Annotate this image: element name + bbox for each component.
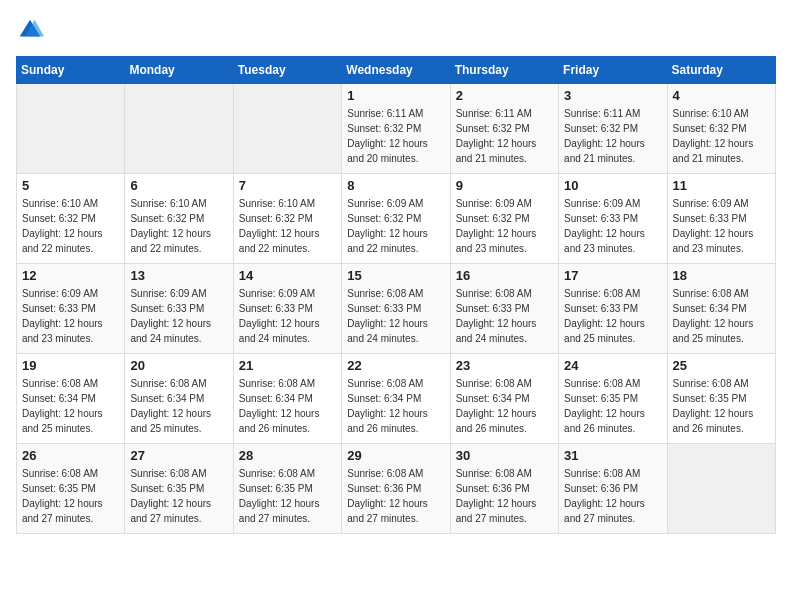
sunset-label: Sunset: [22,483,56,494]
sunset-label: Sunset: [456,213,490,224]
weekday-header: Friday [559,57,667,84]
day-info: Sunrise: 6:08 AM Sunset: 6:36 PM Dayligh… [456,466,553,526]
sunrise-label: Sunrise: [239,378,276,389]
sunset-label: Sunset: [456,393,490,404]
day-number: 27 [130,448,227,463]
calendar-cell [125,84,233,174]
day-info: Sunrise: 6:11 AM Sunset: 6:32 PM Dayligh… [347,106,444,166]
day-number: 4 [673,88,770,103]
calendar-cell: 25 Sunrise: 6:08 AM Sunset: 6:35 PM Dayl… [667,354,775,444]
day-info: Sunrise: 6:11 AM Sunset: 6:32 PM Dayligh… [564,106,661,166]
daylight-label: Daylight: [347,498,386,509]
day-info: Sunrise: 6:09 AM Sunset: 6:33 PM Dayligh… [564,196,661,256]
daylight-label: Daylight: [239,318,278,329]
day-info: Sunrise: 6:10 AM Sunset: 6:32 PM Dayligh… [22,196,119,256]
day-number: 2 [456,88,553,103]
sunrise-label: Sunrise: [564,378,601,389]
logo [16,16,48,44]
daylight-label: Daylight: [564,228,603,239]
day-number: 18 [673,268,770,283]
sunset-label: Sunset: [673,123,707,134]
day-info: Sunrise: 6:08 AM Sunset: 6:36 PM Dayligh… [564,466,661,526]
calendar-cell: 2 Sunrise: 6:11 AM Sunset: 6:32 PM Dayli… [450,84,558,174]
sunset-label: Sunset: [130,483,164,494]
calendar-week: 1 Sunrise: 6:11 AM Sunset: 6:32 PM Dayli… [17,84,776,174]
weekday-header: Saturday [667,57,775,84]
sunrise-label: Sunrise: [239,198,276,209]
calendar-cell: 15 Sunrise: 6:08 AM Sunset: 6:33 PM Dayl… [342,264,450,354]
sunset-label: Sunset: [347,483,381,494]
sunrise-label: Sunrise: [347,198,384,209]
daylight-label: Daylight: [564,498,603,509]
daylight-label: Daylight: [22,318,61,329]
day-number: 29 [347,448,444,463]
daylight-label: Daylight: [22,228,61,239]
sunrise-label: Sunrise: [564,198,601,209]
day-number: 11 [673,178,770,193]
calendar-cell: 18 Sunrise: 6:08 AM Sunset: 6:34 PM Dayl… [667,264,775,354]
calendar-cell: 29 Sunrise: 6:08 AM Sunset: 6:36 PM Dayl… [342,444,450,534]
sunrise-label: Sunrise: [673,378,710,389]
sunset-label: Sunset: [564,213,598,224]
day-info: Sunrise: 6:08 AM Sunset: 6:33 PM Dayligh… [347,286,444,346]
sunset-label: Sunset: [239,303,273,314]
calendar-cell: 13 Sunrise: 6:09 AM Sunset: 6:33 PM Dayl… [125,264,233,354]
daylight-label: Daylight: [564,408,603,419]
day-number: 28 [239,448,336,463]
sunrise-label: Sunrise: [22,288,59,299]
daylight-label: Daylight: [673,138,712,149]
daylight-label: Daylight: [22,408,61,419]
sunset-label: Sunset: [130,303,164,314]
sunrise-label: Sunrise: [564,468,601,479]
day-info: Sunrise: 6:08 AM Sunset: 6:34 PM Dayligh… [456,376,553,436]
day-number: 8 [347,178,444,193]
calendar-cell: 7 Sunrise: 6:10 AM Sunset: 6:32 PM Dayli… [233,174,341,264]
daylight-label: Daylight: [456,228,495,239]
sunrise-label: Sunrise: [673,198,710,209]
day-number: 20 [130,358,227,373]
day-info: Sunrise: 6:09 AM Sunset: 6:32 PM Dayligh… [347,196,444,256]
sunset-label: Sunset: [456,303,490,314]
calendar-week: 26 Sunrise: 6:08 AM Sunset: 6:35 PM Dayl… [17,444,776,534]
logo-icon [16,16,44,44]
sunrise-label: Sunrise: [22,468,59,479]
sunset-label: Sunset: [347,303,381,314]
sunrise-label: Sunrise: [456,108,493,119]
sunrise-label: Sunrise: [130,468,167,479]
day-number: 23 [456,358,553,373]
calendar-cell: 27 Sunrise: 6:08 AM Sunset: 6:35 PM Dayl… [125,444,233,534]
day-info: Sunrise: 6:08 AM Sunset: 6:36 PM Dayligh… [347,466,444,526]
sunrise-label: Sunrise: [564,288,601,299]
daylight-label: Daylight: [673,408,712,419]
calendar-header: SundayMondayTuesdayWednesdayThursdayFrid… [17,57,776,84]
day-number: 19 [22,358,119,373]
sunrise-label: Sunrise: [456,378,493,389]
day-info: Sunrise: 6:11 AM Sunset: 6:32 PM Dayligh… [456,106,553,166]
weekday-header: Tuesday [233,57,341,84]
calendar-cell [17,84,125,174]
sunrise-label: Sunrise: [347,378,384,389]
calendar-cell: 8 Sunrise: 6:09 AM Sunset: 6:32 PM Dayli… [342,174,450,264]
daylight-label: Daylight: [456,408,495,419]
day-number: 16 [456,268,553,283]
sunset-label: Sunset: [564,483,598,494]
sunrise-label: Sunrise: [239,288,276,299]
calendar-cell: 24 Sunrise: 6:08 AM Sunset: 6:35 PM Dayl… [559,354,667,444]
calendar-week: 5 Sunrise: 6:10 AM Sunset: 6:32 PM Dayli… [17,174,776,264]
day-number: 1 [347,88,444,103]
calendar-cell: 14 Sunrise: 6:09 AM Sunset: 6:33 PM Dayl… [233,264,341,354]
sunrise-label: Sunrise: [22,198,59,209]
day-info: Sunrise: 6:08 AM Sunset: 6:35 PM Dayligh… [673,376,770,436]
daylight-label: Daylight: [456,138,495,149]
day-number: 6 [130,178,227,193]
day-number: 22 [347,358,444,373]
weekday-header: Monday [125,57,233,84]
sunset-label: Sunset: [564,303,598,314]
sunrise-label: Sunrise: [130,288,167,299]
calendar-cell: 12 Sunrise: 6:09 AM Sunset: 6:33 PM Dayl… [17,264,125,354]
day-number: 21 [239,358,336,373]
calendar-cell: 22 Sunrise: 6:08 AM Sunset: 6:34 PM Dayl… [342,354,450,444]
sunset-label: Sunset: [347,213,381,224]
sunset-label: Sunset: [673,393,707,404]
day-info: Sunrise: 6:08 AM Sunset: 6:34 PM Dayligh… [347,376,444,436]
